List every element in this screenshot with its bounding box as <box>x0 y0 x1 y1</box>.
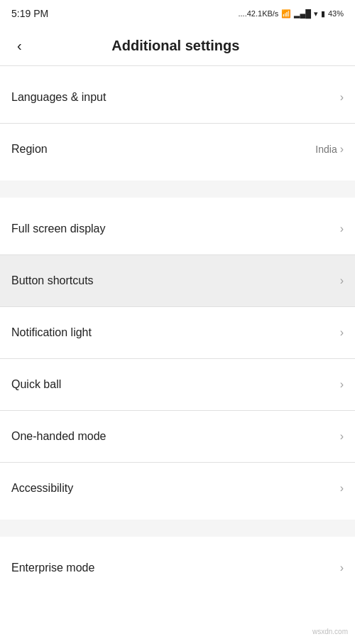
section-gap-1 <box>0 181 355 198</box>
gap <box>0 66 355 72</box>
setting-quick-ball[interactable]: Quick ball › <box>0 359 355 410</box>
network-speed: ....42.1KB/s <box>239 9 279 18</box>
setting-label-button-shortcuts: Button shortcuts <box>11 274 94 287</box>
setting-one-handed[interactable]: One-handed mode › <box>0 411 355 462</box>
chevron-row-notification-light: › <box>340 326 344 339</box>
gap <box>0 537 355 542</box>
setting-label-notification-light: Notification light <box>11 326 92 339</box>
battery-percent: 43% <box>328 9 344 18</box>
setting-label-languages: Languages & input <box>11 91 106 104</box>
setting-languages[interactable]: Languages & input › <box>0 72 355 123</box>
setting-notification-light[interactable]: Notification light › <box>0 307 355 358</box>
status-time: 5:19 PM <box>11 8 48 19</box>
signal-icon: ▂▄█ <box>294 9 311 18</box>
chevron-row-button-shortcuts: › <box>340 274 344 287</box>
chevron-icon-quick-ball: › <box>340 378 344 391</box>
chevron-row-quick-ball: › <box>340 378 344 391</box>
section-gap-2 <box>0 520 355 537</box>
chevron-icon-region: › <box>340 143 344 156</box>
setting-label-region: Region <box>11 143 48 156</box>
setting-label-accessibility: Accessibility <box>11 482 73 495</box>
gap <box>0 198 355 203</box>
setting-label-one-handed: One-handed mode <box>11 430 106 443</box>
chevron-row-languages: › <box>340 91 344 104</box>
chevron-row-enterprise: › <box>340 562 344 574</box>
chevron-icon-notification-light: › <box>340 326 344 339</box>
chevron-row-fullscreen: › <box>340 222 344 235</box>
settings-group-2: Full screen display › Button shortcuts ›… <box>0 198 355 520</box>
chevron-icon-enterprise: › <box>340 562 344 574</box>
chevron-row-accessibility: › <box>340 482 344 495</box>
gap <box>0 175 355 181</box>
watermark: wsxdn.com <box>312 628 348 635</box>
settings-group-1: Languages & input › Region India › <box>0 66 355 181</box>
chevron-icon-fullscreen: › <box>340 222 344 235</box>
gap <box>0 514 355 520</box>
gap <box>0 594 355 599</box>
status-bar: 5:19 PM ....42.1KB/s 📶 ▂▄█ ▾ ▮ 43% <box>0 0 355 26</box>
chevron-row-one-handed: › <box>340 430 344 443</box>
chevron-icon-one-handed: › <box>340 430 344 443</box>
setting-label-fullscreen: Full screen display <box>11 222 106 235</box>
setting-label-enterprise: Enterprise mode <box>11 562 94 574</box>
app-bar: ‹ Additional settings <box>0 26 355 65</box>
setting-enterprise[interactable]: Enterprise mode › <box>0 542 355 594</box>
setting-label-quick-ball: Quick ball <box>11 378 61 391</box>
chevron-icon-languages: › <box>340 91 344 104</box>
back-button[interactable]: ‹ <box>11 32 28 60</box>
page-title: Additional settings <box>33 38 318 54</box>
battery-icon: ▮ <box>321 9 325 18</box>
chevron-row-region: India › <box>315 143 344 156</box>
status-icons: ....42.1KB/s 📶 ▂▄█ ▾ ▮ 43% <box>239 9 344 18</box>
setting-region[interactable]: Region India › <box>0 124 355 175</box>
sim-icon: 📶 <box>281 9 291 18</box>
setting-value-region: India <box>315 144 337 155</box>
chevron-icon-button-shortcuts: › <box>340 274 344 287</box>
wifi-icon: ▾ <box>314 9 318 18</box>
settings-group-3: Enterprise mode › <box>0 537 355 599</box>
chevron-icon-accessibility: › <box>340 482 344 495</box>
setting-accessibility[interactable]: Accessibility › <box>0 463 355 514</box>
setting-fullscreen[interactable]: Full screen display › <box>0 203 355 254</box>
setting-button-shortcuts[interactable]: Button shortcuts › <box>0 255 355 306</box>
